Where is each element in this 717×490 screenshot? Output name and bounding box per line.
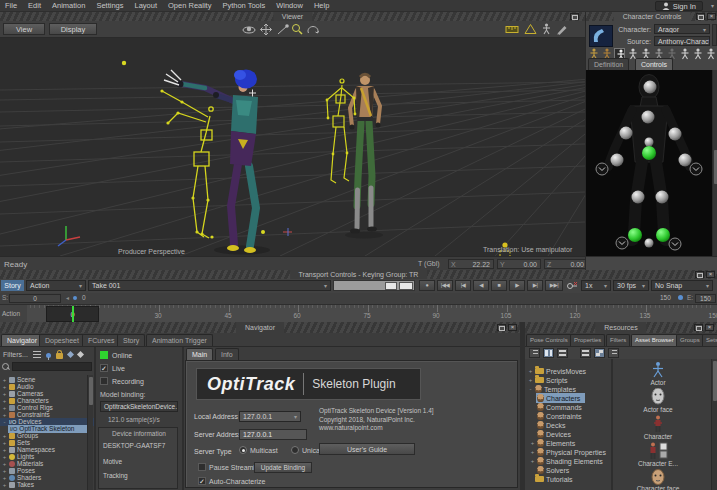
tab-asset-browser[interactable]: Asset Browser (631, 334, 678, 346)
tab-definition[interactable]: Definition (588, 58, 629, 70)
time-display[interactable] (333, 280, 415, 291)
tab-story[interactable]: Story (117, 334, 145, 346)
dock-icon[interactable] (694, 324, 703, 331)
tree-view-icon[interactable] (529, 348, 540, 358)
character-thumbnail[interactable] (589, 25, 613, 47)
step-back-button[interactable]: |◀ (455, 280, 471, 291)
stop-button[interactable]: ■ (491, 280, 507, 291)
local-address-select[interactable]: 127.0.0.1▾ (239, 411, 301, 422)
multicast-radio[interactable] (239, 446, 247, 454)
pen-tool-icon[interactable] (555, 23, 568, 35)
asset-label[interactable]: Actor face (628, 406, 688, 413)
tab-filters[interactable]: Filters (606, 334, 630, 346)
actor-face-asset-icon[interactable] (650, 388, 666, 405)
dock-icon[interactable] (696, 13, 705, 20)
pause-streaming-checkbox[interactable] (198, 463, 206, 471)
play-button[interactable]: ▶ (509, 280, 525, 291)
users-guide-button[interactable]: User's Guide (319, 443, 415, 455)
keyframe-icon[interactable] (566, 280, 579, 291)
zoom-handle-icon[interactable]: ◂ (66, 294, 69, 301)
menu-help[interactable]: Help (314, 1, 329, 10)
tree-item-takes[interactable]: +Takes (0, 481, 34, 489)
resources-titlebar[interactable]: Resources × (525, 322, 717, 333)
character-scrollbar[interactable] (712, 70, 717, 256)
snap-select[interactable]: No Snap▾ (651, 280, 713, 291)
character-select[interactable]: Aragor▾ (654, 24, 710, 34)
nav-back-icon[interactable] (67, 351, 74, 358)
transform-z-field[interactable]: Z0.00 (544, 259, 588, 269)
asset-label[interactable]: Character face (628, 485, 688, 490)
transform-x-field[interactable]: X22.22 (448, 259, 494, 269)
assets-scrollbar[interactable] (711, 359, 717, 490)
source-select[interactable]: Anthony-Character▾ (654, 36, 710, 46)
orbit-tool-icon[interactable] (242, 23, 256, 36)
close-icon[interactable]: × (707, 13, 716, 20)
account-dropdown-icon[interactable]: ▾ (711, 2, 714, 9)
tab-fcurves[interactable]: FCurves (82, 334, 120, 346)
transform-y-field[interactable]: Y0.00 (497, 259, 541, 269)
tab-pose-controls[interactable]: Pose Controls (526, 334, 572, 346)
character-face-asset-icon[interactable] (650, 469, 666, 485)
character-body-view[interactable] (586, 70, 712, 256)
large-icons-view-icon[interactable] (594, 348, 605, 358)
story-toggle[interactable]: Story (1, 280, 24, 291)
lock-icon[interactable] (56, 353, 63, 359)
search-icon[interactable] (2, 363, 10, 371)
tab-dopesheet[interactable]: Dopesheet (39, 334, 85, 346)
go-to-start-button[interactable]: |◀◀ (437, 280, 453, 291)
play-speed-select[interactable]: 1x▾ (581, 280, 611, 291)
tab-navigator[interactable]: Navigator (1, 334, 43, 346)
panel-spinner[interactable] (712, 24, 717, 46)
menu-settings[interactable]: Settings (96, 1, 123, 10)
recording-checkbox-row[interactable]: Recording (100, 377, 144, 385)
tab-controls[interactable]: Controls (635, 58, 673, 70)
ik-blend-icon[interactable] (679, 48, 690, 61)
range-end-field[interactable]: 150 (695, 294, 716, 303)
zoom-marker-icon[interactable] (73, 296, 77, 300)
zoom-tool-icon[interactable] (290, 23, 304, 36)
character-extension-asset-icon[interactable] (647, 442, 669, 459)
viewer-titlebar[interactable]: Viewer (0, 12, 585, 21)
menu-animation[interactable]: Animation (52, 1, 85, 10)
timeline-ruler[interactable]: 15 30 45 60 75 90 105 120 135 150 (27, 305, 717, 323)
character-controls-titlebar[interactable]: Character Controls × (586, 12, 717, 21)
search-input[interactable] (12, 362, 92, 371)
range-start-field[interactable]: 0 (9, 294, 61, 303)
filters-label[interactable]: Filters... (3, 351, 28, 358)
dock-icon[interactable] (695, 271, 704, 278)
nav-forward-icon[interactable] (77, 351, 84, 358)
dock-icon[interactable] (497, 324, 506, 331)
multicast-radio-row[interactable]: Multicast (239, 446, 278, 454)
menu-edit[interactable]: Edit (28, 1, 41, 10)
live-checkbox-row[interactable]: ✓ Live (100, 364, 125, 372)
timeline[interactable]: Action 15 30 45 60 75 90 105 120 135 150… (0, 304, 717, 322)
menu-python-tools[interactable]: Python Tools (222, 1, 265, 10)
playhead[interactable] (72, 306, 74, 322)
close-icon[interactable]: × (508, 324, 517, 331)
pin-icon[interactable] (46, 353, 51, 358)
auto-characterize-row[interactable]: ✓ Auto-Characterize (198, 477, 265, 485)
character-asset-icon[interactable] (651, 415, 665, 432)
small-icons-view-icon[interactable] (580, 348, 591, 358)
asset-label[interactable]: Actor (628, 379, 688, 386)
close-icon[interactable]: × (706, 271, 715, 278)
sign-in-button[interactable]: Sign In (655, 1, 703, 11)
model-binding-select[interactable]: OptitrackSkeletonDevice...▾ (100, 401, 178, 412)
marker-triangle-icon[interactable] (524, 23, 537, 35)
select-tool-icon[interactable] (276, 23, 290, 36)
ruler-icon[interactable] (505, 24, 520, 35)
actor-tool-icon[interactable] (541, 23, 552, 35)
tree-scrollbar[interactable] (87, 375, 93, 490)
live-checkbox[interactable]: ✓ (100, 364, 108, 372)
asset-label[interactable]: Character (628, 433, 688, 440)
close-icon[interactable]: × (705, 324, 714, 331)
tab-animation-trigger[interactable]: Animation Trigger (146, 334, 213, 346)
menu-open-reality[interactable]: Open Reality (168, 1, 211, 10)
view-menu-button[interactable]: View (3, 23, 45, 35)
pause-streaming-row[interactable]: Pause Streaming (198, 463, 263, 471)
fps-select[interactable]: 30 fps▾ (613, 280, 649, 291)
take-select[interactable]: Take 001▾ (88, 280, 331, 291)
transport-titlebar[interactable]: Transport Controls - Keying Group: TR × (0, 270, 717, 279)
rotate-view-icon[interactable] (306, 23, 320, 36)
dock-icon[interactable] (570, 13, 579, 20)
